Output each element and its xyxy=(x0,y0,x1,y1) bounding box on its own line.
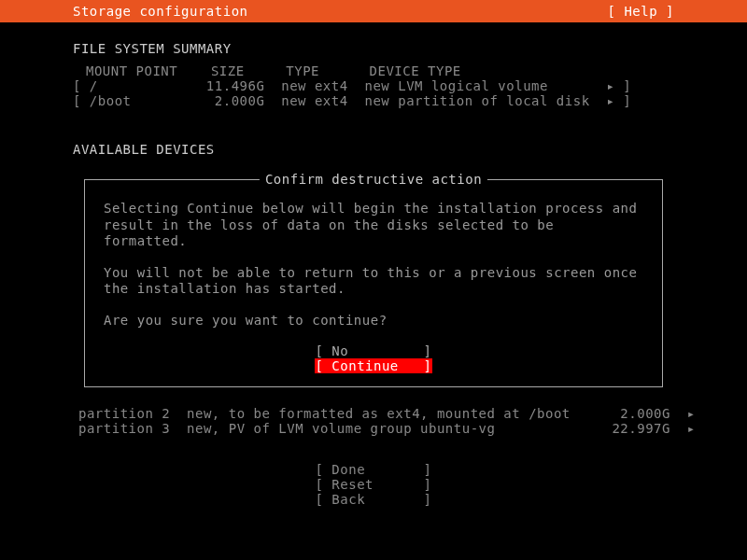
reset-button[interactable]: [ Reset ] xyxy=(0,477,747,492)
available-devices-title: AVAILABLE DEVICES xyxy=(0,142,747,157)
dialog-text: Are you sure you want to continue? xyxy=(104,313,643,329)
help-button[interactable]: [ Help ] xyxy=(608,0,740,22)
partition-row[interactable]: partition 3 new, PV of LVM volume group … xyxy=(0,421,747,436)
continue-button[interactable]: [ Continue ] xyxy=(315,358,431,373)
page-title: Storage configuration xyxy=(7,0,248,22)
bottom-buttons: [ Done ] [ Reset ] [ Back ] xyxy=(0,462,747,507)
fs-summary-title: FILE SYSTEM SUMMARY xyxy=(0,41,747,56)
confirm-dialog: Confirm destructive action Selecting Con… xyxy=(84,179,663,387)
partition-row[interactable]: partition 2 new, to be formatted as ext4… xyxy=(0,406,747,421)
header-bar: Storage configuration [ Help ] xyxy=(0,0,747,22)
dialog-text: You will not be able to return to this o… xyxy=(104,265,643,298)
done-button[interactable]: [ Done ] xyxy=(0,462,747,477)
dialog-buttons: [ No ] [ Continue ] xyxy=(104,343,643,373)
fs-row[interactable]: [ / 11.496G new ext4 new LVM logical vol… xyxy=(0,78,747,93)
dialog-title: Confirm destructive action xyxy=(260,172,487,187)
fs-table-header: MOUNT POINT SIZE TYPE DEVICE TYPE xyxy=(0,63,747,78)
dialog-text: Selecting Continue below will begin the … xyxy=(104,201,643,250)
fs-row[interactable]: [ /boot 2.000G new ext4 new partition of… xyxy=(0,93,747,108)
content-area: FILE SYSTEM SUMMARY MOUNT POINT SIZE TYP… xyxy=(0,22,747,507)
no-button[interactable]: [ No ] xyxy=(315,343,431,358)
back-button[interactable]: [ Back ] xyxy=(0,492,747,507)
